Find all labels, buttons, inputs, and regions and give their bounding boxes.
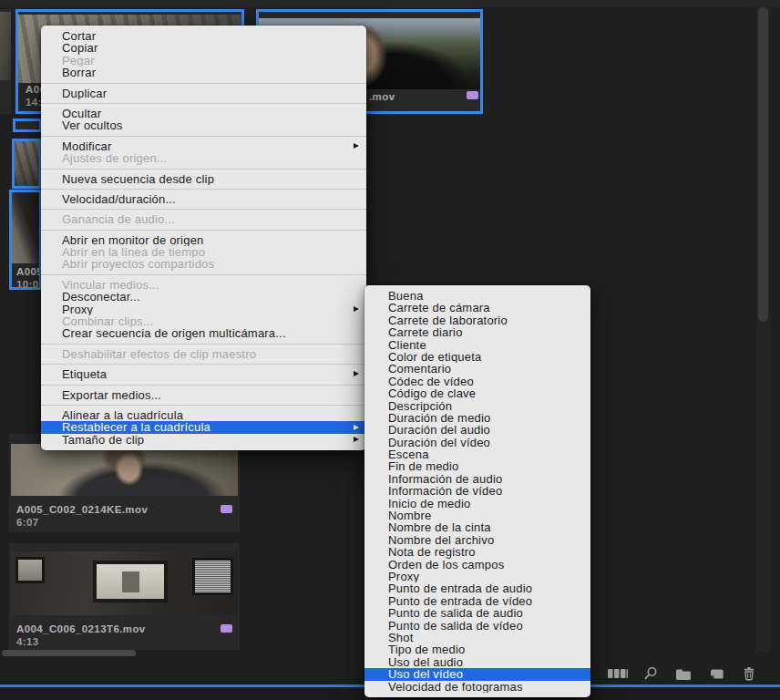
menu-item[interactable]: Ver ocultos (41, 119, 366, 131)
menu-item[interactable]: Velocidad/duración... (41, 193, 366, 205)
zoom-button[interactable] (640, 665, 662, 682)
delete-button[interactable] (738, 665, 760, 682)
clip-card[interactable]: A005_C 10:07 (9, 190, 42, 290)
menu-item-label: Carrete de laboratorio (388, 314, 508, 326)
menu-item: Pegar (41, 55, 366, 67)
menu-item[interactable]: Punto de salida de audio (364, 607, 590, 619)
menu-item[interactable]: Descripción (364, 400, 590, 412)
menu-item-label: Código de clave (388, 387, 476, 399)
menu-item-label: Combinar clips... (62, 315, 153, 327)
clip-thumbnail (11, 444, 238, 496)
menu-item[interactable]: Proxy (41, 304, 366, 315)
menu-item[interactable]: Punto de salida de vídeo (364, 620, 590, 632)
clip-card[interactable]: A004_C006_0213T6.mov 4:13 (9, 543, 240, 650)
menu-item[interactable]: Duplicar (41, 88, 366, 99)
menu-item[interactable]: Duración del vídeo (364, 437, 590, 448)
label-color-chip (221, 624, 232, 633)
menu-item-label: Vincular medios... (62, 279, 159, 291)
menu-item[interactable]: Punto de entrada de vídeo (364, 595, 590, 607)
menu-item-label: Modificar (62, 140, 112, 152)
menu-item-label: Códec de vídeo (388, 376, 474, 387)
menu-item[interactable]: Crear secuencia de origen multicámara... (41, 327, 366, 339)
menu-item-label: Ver ocultos (62, 119, 123, 131)
menu-separator (41, 209, 366, 210)
bin-button[interactable] (672, 665, 694, 682)
clip-card[interactable] (12, 139, 42, 189)
menu-item[interactable]: Punto de entrada de audio (364, 582, 590, 594)
menu-item[interactable]: Exportar medios... (41, 389, 366, 401)
menu-item-label: Punto de salida de vídeo (388, 620, 523, 632)
menu-item[interactable]: Fin de medio (364, 460, 590, 472)
menu-item[interactable]: Restablecer a la cuadrícula (41, 421, 366, 433)
menu-item[interactable]: Nombre del archivo (364, 534, 590, 546)
menu-item[interactable]: Carrete de cámara (364, 302, 590, 314)
menu-item: Combinar clips... (41, 315, 366, 327)
menu-item[interactable]: Información de vídeo (364, 485, 590, 497)
menu-item[interactable]: Información de audio (364, 473, 590, 485)
menu-item[interactable]: Borrar (41, 67, 366, 78)
menu-item[interactable]: Proxy (364, 571, 590, 582)
menu-item[interactable]: Tamaño de clip (41, 434, 366, 446)
menu-item-label: Duración de medio (388, 412, 491, 424)
menu-item[interactable]: Inicio de medio (364, 498, 590, 510)
clip-card[interactable] (0, 9, 11, 114)
menu-item[interactable]: Escena (364, 448, 590, 460)
menu-item-label: Duración del vídeo (388, 437, 490, 448)
menu-item[interactable]: Cortar (41, 30, 366, 42)
label-color-chip (467, 91, 478, 99)
menu-item-label: Punto de entrada de vídeo (388, 595, 532, 607)
clip-duration: 10:07 (16, 279, 42, 290)
menu-item[interactable]: Desconectar... (41, 291, 366, 303)
label-color-chip (221, 505, 232, 513)
menu-item[interactable]: Duración del audio (364, 424, 590, 436)
icon-view-button[interactable] (607, 665, 629, 682)
menu-item-label: Comentario (388, 363, 451, 375)
menu-item-label: Abrir en la línea de tiempo (62, 246, 205, 258)
menu-item[interactable]: Carrete de laboratorio (364, 314, 590, 326)
menu-item[interactable]: Uso del audio (364, 656, 590, 668)
menu-item-label: Velocidad/duración... (62, 193, 176, 205)
clip-thumbnail (15, 141, 39, 186)
menu-item[interactable]: Abrir en monitor de origen (41, 234, 366, 246)
menu-separator (41, 274, 366, 275)
menu-item-label: Uso del audio (388, 656, 463, 668)
vertical-scrollbar-thumb[interactable] (758, 7, 768, 322)
menu-item[interactable]: Copiar (41, 42, 366, 54)
menu-item[interactable]: Uso del vídeo (364, 668, 590, 680)
menu-item[interactable]: Códec de vídeo (364, 376, 590, 387)
thumbnail-detail (93, 561, 168, 602)
menu-item[interactable]: Nueva secuencia desde clip (41, 173, 366, 185)
new-item-button[interactable] (705, 665, 727, 682)
menu-item[interactable]: Código de clave (364, 387, 590, 399)
menu-item[interactable]: Alinear a la cuadrícula (41, 409, 366, 421)
menu-item[interactable]: Etiqueta (41, 368, 366, 380)
context-menu: CortarCopiarPegarBorrarDuplicarOcultarVe… (41, 26, 366, 450)
menu-separator (41, 364, 366, 365)
menu-item-label: Orden de los campos (388, 559, 504, 571)
clip-thumbnail (11, 551, 238, 615)
menu-separator (41, 169, 366, 170)
menu-separator (41, 344, 366, 345)
menu-item[interactable]: Duración de medio (364, 412, 590, 424)
menu-item[interactable]: Tipo de medio (364, 643, 590, 655)
menu-item[interactable]: Nota de registro (364, 546, 590, 558)
menu-item[interactable]: Buena (364, 290, 590, 302)
menu-item[interactable]: Comentario (364, 363, 590, 375)
menu-item[interactable]: Shot (364, 632, 590, 643)
submenu-arrow-icon (354, 306, 359, 312)
menu-item[interactable]: Nombre de la cinta (364, 521, 590, 533)
horizontal-scrollbar-thumb[interactable] (2, 650, 136, 656)
menu-item[interactable]: Carrete diario (364, 326, 590, 338)
menu-item[interactable]: Modificar (41, 140, 366, 152)
menu-item[interactable]: Orden de los campos (364, 559, 590, 571)
menu-item[interactable]: Velocidad de fotogramas (364, 681, 590, 693)
menu-item[interactable]: Cliente (364, 339, 590, 351)
menu-item[interactable]: Ocultar (41, 108, 366, 119)
menu-item[interactable]: Nombre (364, 510, 590, 521)
menu-item-label: Alinear a la cuadrícula (62, 409, 183, 421)
menu-item[interactable]: Color de etiqueta (364, 351, 590, 363)
menu-separator (41, 83, 366, 84)
menu-item: Ajustes de origen... (41, 152, 366, 164)
clip-card[interactable] (13, 118, 42, 132)
menu-item-label: Carrete diario (388, 326, 463, 338)
